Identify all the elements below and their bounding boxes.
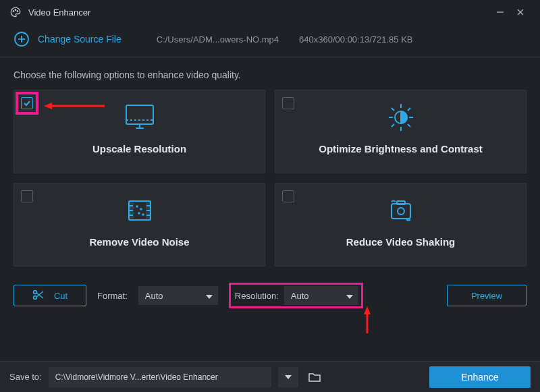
source-file-meta: 640x360/00:00:13/721.85 KB [299, 34, 412, 45]
monitor-icon [121, 101, 159, 134]
svg-point-2 [17, 11, 18, 12]
browse-folder-button[interactable] [305, 368, 324, 387]
camera-shake-icon [382, 194, 420, 227]
svg-point-36 [142, 214, 144, 215]
svg-point-1 [15, 9, 16, 11]
footer: Save to: C:\Vidmore\Vidmore V...erter\Vi… [0, 361, 540, 392]
controls-row: Cut Format: Auto Resolution: Auto Previe… [0, 267, 540, 308]
resolution-value: Auto [291, 291, 309, 301]
chevron-down-icon [206, 291, 213, 301]
film-noise-icon [121, 194, 159, 227]
svg-marker-44 [206, 295, 213, 299]
svg-marker-10 [44, 103, 52, 109]
preview-label: Preview [471, 291, 502, 301]
svg-line-22 [408, 108, 410, 111]
annotation-arrow-icon [44, 100, 105, 107]
brightness-icon [382, 101, 420, 134]
card-label: Reduce Video Shaking [346, 236, 455, 248]
titlebar: Video Enhancer [0, 0, 540, 24]
svg-rect-38 [397, 201, 405, 204]
format-label: Format: [97, 291, 128, 301]
chevron-down-icon [346, 291, 353, 301]
minimize-button[interactable] [490, 3, 510, 22]
format-select[interactable]: Auto [138, 286, 218, 305]
checkbox-noise[interactable] [21, 190, 33, 202]
close-button[interactable] [510, 3, 531, 22]
svg-rect-11 [126, 105, 153, 124]
change-source-link[interactable]: Change Source File [38, 34, 122, 45]
save-path-dropdown[interactable] [278, 367, 298, 387]
checkbox-brightness[interactable] [282, 97, 294, 109]
annotation-arrow-icon [364, 306, 371, 333]
resolution-select[interactable]: Auto [284, 286, 358, 305]
card-brightness-contrast[interactable]: Optimize Brightness and Contrast [275, 90, 526, 173]
save-path-text: C:\Vidmore\Vidmore V...erter\Video Enhan… [55, 372, 218, 382]
svg-marker-47 [364, 306, 371, 314]
svg-line-21 [408, 124, 410, 127]
checkbox-upscale[interactable] [21, 97, 33, 109]
svg-line-20 [392, 108, 394, 111]
card-label: Remove Video Noise [89, 236, 189, 248]
svg-rect-37 [392, 204, 410, 219]
card-reduce-shaking[interactable]: Reduce Video Shaking [275, 183, 526, 267]
svg-line-23 [392, 124, 394, 127]
svg-marker-45 [346, 295, 353, 299]
svg-point-34 [140, 208, 142, 210]
card-label: Optimize Brightness and Contrast [319, 143, 483, 155]
source-file-path: C:/Users/ADM...owers-NO.mp4 [157, 34, 279, 45]
checkbox-shaking[interactable] [282, 190, 294, 202]
palette-icon [9, 6, 22, 18]
format-value: Auto [145, 291, 163, 301]
svg-point-33 [136, 206, 138, 207]
svg-point-0 [13, 11, 14, 12]
scissors-icon [32, 289, 45, 302]
preview-button[interactable]: Preview [447, 285, 526, 306]
resolution-group: Resolution: Auto [229, 283, 363, 308]
card-label: Upscale Resolution [92, 143, 186, 155]
window-title: Video Enhancer [28, 7, 90, 18]
cut-label: Cut [54, 291, 68, 301]
cut-button[interactable]: Cut [14, 285, 86, 306]
save-to-label: Save to: [9, 372, 42, 382]
instruction-text: Choose the following options to enhance … [0, 57, 540, 90]
svg-point-35 [138, 213, 140, 214]
enhance-label: Enhance [461, 372, 498, 383]
save-path-input[interactable]: C:\Vidmore\Vidmore V...erter\Video Enhan… [49, 367, 271, 387]
source-bar: Change Source File C:/Users/ADM...owers-… [0, 24, 540, 57]
svg-point-39 [398, 208, 404, 215]
svg-marker-48 [285, 375, 292, 379]
resolution-label: Resolution: [235, 291, 279, 301]
card-upscale-resolution[interactable]: Upscale Resolution [14, 90, 265, 173]
enhance-button[interactable]: Enhance [429, 366, 531, 388]
card-remove-noise[interactable]: Remove Video Noise [14, 183, 265, 267]
add-source-icon[interactable] [14, 31, 30, 47]
options-grid: Upscale Resolution Optimize Brightness a… [0, 90, 540, 267]
